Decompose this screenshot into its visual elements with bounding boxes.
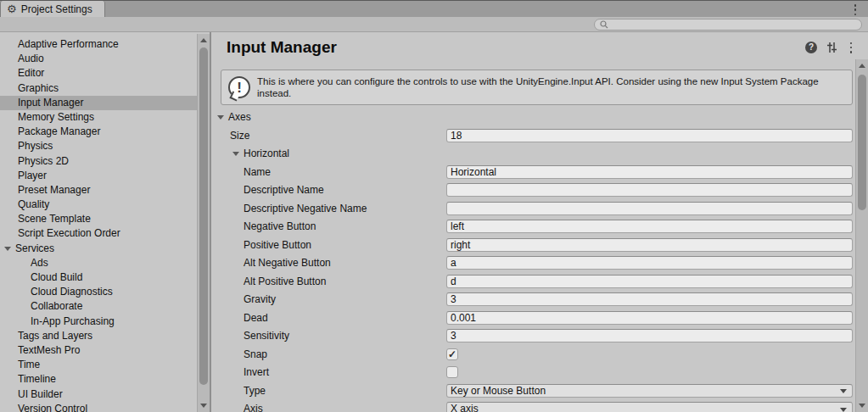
sidebar-item-physics[interactable]: Physics: [0, 139, 210, 153]
main-scrollbar[interactable]: [855, 59, 868, 412]
invert-checkbox[interactable]: [446, 366, 458, 378]
field-row-invert: Invert: [211, 365, 855, 379]
scroll-up-icon[interactable]: [859, 64, 865, 68]
name-input[interactable]: [446, 165, 853, 179]
sidebar-item-graphics[interactable]: Graphics: [0, 81, 210, 96]
tab-label: Project Settings: [21, 3, 92, 15]
foldout-arrow-icon[interactable]: [4, 247, 11, 251]
sidebar-item-editor[interactable]: Editor: [0, 66, 210, 81]
tab-strip: ⚙ Project Settings: [0, 0, 868, 17]
sidebar-scroll-thumb[interactable]: [199, 47, 208, 385]
chevron-down-icon: [840, 389, 847, 393]
field-row-negative-button: Negative Button: [211, 220, 855, 233]
input-manager-panel: Input Manager ? ! This is wh: [211, 32, 868, 412]
negative-button-input[interactable]: [446, 220, 853, 233]
scroll-up-icon[interactable]: [200, 38, 207, 42]
sidebar-item-ui-builder[interactable]: UI Builder: [0, 387, 210, 402]
field-label: Invert: [211, 366, 446, 378]
sidebar-item-preset-manager[interactable]: Preset Manager: [0, 183, 210, 198]
foldout-arrow-icon[interactable]: [232, 152, 239, 156]
field-label: Size: [211, 130, 446, 142]
sidebar-item-audio[interactable]: Audio: [0, 52, 210, 66]
foldout-arrow-icon[interactable]: [217, 115, 224, 120]
field-row-snap: Snap ✓: [211, 348, 855, 361]
info-text: This is where you can configure the cont…: [257, 75, 842, 99]
sidebar-item-player[interactable]: Player: [0, 169, 210, 183]
sidebar-item-package-manager[interactable]: Package Manager: [0, 125, 210, 139]
gravity-input[interactable]: [446, 292, 853, 306]
settings-sidebar: Adaptive Performance Audio Editor Graphi…: [0, 32, 210, 412]
project-settings-window: ⚙ Project Settings Adaptive Performance …: [0, 0, 868, 412]
field-label: Type: [211, 385, 446, 397]
presets-icon[interactable]: [826, 42, 838, 53]
scroll-down-icon[interactable]: [859, 404, 865, 408]
field-label: Sensitivity: [211, 330, 446, 342]
size-input[interactable]: [446, 129, 853, 142]
panel-more-icon[interactable]: [847, 42, 855, 53]
sidebar-item-tags-and-layers[interactable]: Tags and Layers: [0, 329, 210, 343]
page-title: Input Manager: [227, 38, 805, 57]
sidebar-item-physics-2d[interactable]: Physics 2D: [0, 154, 210, 169]
sidebar-item-input-manager[interactable]: Input Manager: [0, 96, 210, 110]
sidebar-item-services[interactable]: Services: [0, 242, 210, 256]
sidebar-item-time[interactable]: Time: [0, 358, 210, 372]
sidebar-item-cloud-build[interactable]: Cloud Build: [0, 270, 210, 285]
axis-dropdown[interactable]: X axis: [446, 402, 853, 412]
field-row-alt-negative-button: Alt Negative Button: [211, 256, 855, 270]
sidebar-item-timeline[interactable]: Timeline: [0, 372, 210, 387]
field-row-dead: Dead: [211, 311, 855, 325]
foldout-horizontal[interactable]: Horizontal: [211, 147, 855, 160]
type-dropdown[interactable]: Key or Mouse Button: [446, 384, 853, 398]
sidebar-item-memory-settings[interactable]: Memory Settings: [0, 110, 210, 125]
dead-input[interactable]: [446, 311, 853, 325]
tab-project-settings[interactable]: ⚙ Project Settings: [0, 1, 105, 17]
search-input[interactable]: [612, 19, 856, 30]
sidebar-item-scene-template[interactable]: Scene Template: [0, 212, 210, 226]
search-icon: [600, 20, 608, 29]
sidebar-item-collaborate[interactable]: Collaborate: [0, 299, 210, 314]
sidebar-item-ads[interactable]: Ads: [0, 256, 210, 270]
field-label: Alt Positive Button: [211, 276, 446, 287]
descriptive-negative-name-input[interactable]: [446, 202, 853, 215]
field-label: Negative Button: [211, 220, 446, 232]
field-label: Dead: [211, 312, 446, 324]
sidebar-item-quality[interactable]: Quality: [0, 198, 210, 212]
sensitivity-input[interactable]: [446, 329, 853, 342]
sidebar-item-adaptive-performance[interactable]: Adaptive Performance: [0, 37, 210, 52]
toolbar: [0, 17, 868, 32]
sidebar-item-version-control[interactable]: Version Control: [0, 402, 210, 412]
window-more-icon[interactable]: [851, 4, 860, 15]
descriptive-name-input[interactable]: [446, 183, 853, 197]
field-row-alt-positive-button: Alt Positive Button: [211, 275, 855, 288]
field-row-descriptive-negative-name: Descriptive Negative Name: [211, 202, 855, 215]
field-label: Snap: [211, 348, 446, 360]
field-row-positive-button: Positive Button: [211, 238, 855, 252]
sidebar-item-script-execution-order[interactable]: Script Execution Order: [0, 226, 210, 241]
alt-negative-button-input[interactable]: [446, 256, 853, 270]
main-scroll-thumb[interactable]: [858, 75, 866, 210]
field-label: Descriptive Negative Name: [211, 203, 446, 214]
foldout-axes[interactable]: Axes: [211, 110, 855, 124]
info-icon: !: [228, 76, 250, 98]
search-box[interactable]: [594, 19, 862, 31]
snap-checkbox[interactable]: ✓: [446, 348, 458, 360]
info-box: ! This is where you can configure the co…: [221, 70, 853, 105]
field-row-descriptive-name: Descriptive Name: [211, 183, 855, 197]
field-label: Gravity: [211, 293, 446, 305]
field-row-sensitivity: Sensitivity: [211, 329, 855, 342]
scroll-down-icon[interactable]: [200, 404, 207, 408]
field-row-type: Type Key or Mouse Button: [211, 384, 855, 398]
sidebar-item-cloud-diagnostics[interactable]: Cloud Diagnostics: [0, 285, 210, 299]
positive-button-input[interactable]: [446, 238, 853, 252]
field-label: Descriptive Name: [211, 184, 446, 196]
sidebar-item-textmesh-pro[interactable]: TextMesh Pro: [0, 343, 210, 358]
help-icon[interactable]: ?: [805, 42, 817, 53]
chevron-down-icon: [840, 408, 847, 412]
sidebar-item-in-app-purchasing[interactable]: In-App Purchasing: [0, 315, 210, 329]
field-row-name: Name: [211, 165, 855, 179]
field-label: Axis: [211, 403, 446, 412]
field-label: Name: [211, 166, 446, 178]
alt-positive-button-input[interactable]: [446, 275, 853, 288]
field-label: Alt Negative Button: [211, 257, 446, 269]
sidebar-scrollbar[interactable]: [197, 34, 210, 412]
